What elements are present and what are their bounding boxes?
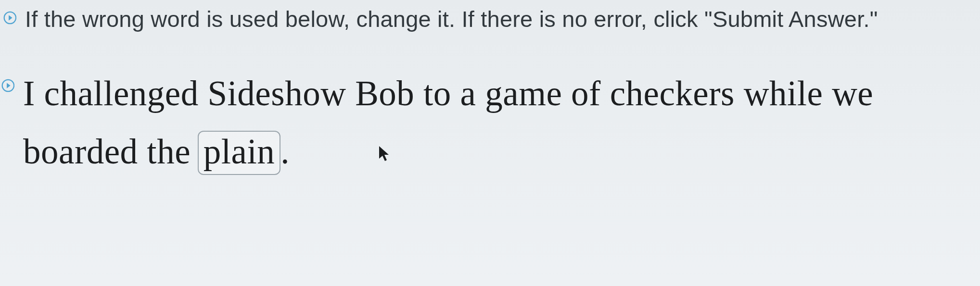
svg-marker-1 — [9, 15, 13, 20]
sentence-text: I challenged Sideshow Bob to a game of c… — [23, 65, 968, 181]
instruction-row: If the wrong word is used below, change … — [0, 0, 980, 46]
sentence-suffix: . — [280, 132, 290, 171]
chevron-circle-right-icon — [2, 7, 16, 29]
sentence-row: I challenged Sideshow Bob to a game of c… — [0, 46, 980, 181]
svg-marker-3 — [7, 83, 11, 88]
instruction-text: If the wrong word is used below, change … — [25, 4, 878, 34]
exercise-page: If the wrong word is used below, change … — [0, 0, 980, 286]
editable-word-input[interactable]: plain — [198, 131, 280, 175]
chevron-circle-right-icon — [0, 69, 14, 102]
sentence-prefix: I challenged Sideshow Bob to a game of c… — [23, 74, 873, 171]
